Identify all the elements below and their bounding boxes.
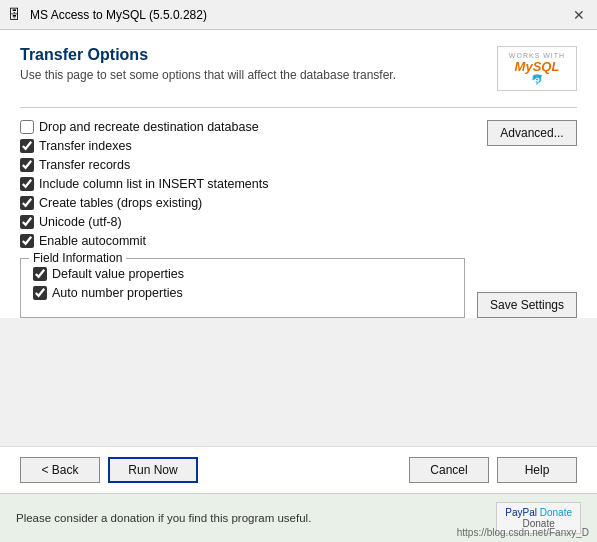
checkbox-create-tables[interactable]: Create tables (drops existing): [20, 196, 465, 210]
footer-url: https://blog.csdn.net/Fanxy_D: [457, 527, 589, 538]
checkbox-default-value-label[interactable]: Default value properties: [52, 267, 184, 281]
footer: Please consider a donation if you find t…: [0, 493, 597, 542]
page-subtitle: Use this page to set some options that w…: [20, 68, 396, 82]
checkbox-drop-recreate-input[interactable]: [20, 120, 34, 134]
checkbox-unicode-input[interactable]: [20, 215, 34, 229]
nav-section: < Back Run Now Cancel Help: [0, 446, 597, 493]
cancel-button[interactable]: Cancel: [409, 457, 489, 483]
checkbox-create-tables-label[interactable]: Create tables (drops existing): [39, 196, 202, 210]
title-bar-text: MS Access to MySQL (5.5.0.282): [30, 8, 207, 22]
checkbox-unicode-label[interactable]: Unicode (utf-8): [39, 215, 122, 229]
footer-donation-text: Please consider a donation if you find t…: [16, 512, 311, 524]
content-body: Transfer Options Use this page to set so…: [0, 30, 597, 318]
checkbox-transfer-records[interactable]: Transfer records: [20, 158, 465, 172]
header-section: Transfer Options Use this page to set so…: [20, 46, 577, 91]
mysql-logo: WORKS WITH MySQL 🐬: [497, 46, 577, 91]
checkbox-auto-number-input[interactable]: [33, 286, 47, 300]
close-button[interactable]: ✕: [569, 5, 589, 25]
options-left: Drop and recreate destination database T…: [20, 120, 465, 318]
mysql-brand-text: MySQL: [515, 59, 560, 74]
checkbox-auto-number-label[interactable]: Auto number properties: [52, 286, 183, 300]
paypal-top-text: PayPal: [505, 507, 537, 518]
checkbox-transfer-indexes[interactable]: Transfer indexes: [20, 139, 465, 153]
app-icon: 🗄: [8, 7, 24, 23]
title-bar: 🗄 MS Access to MySQL (5.5.0.282) ✕: [0, 0, 597, 30]
checkbox-drop-recreate[interactable]: Drop and recreate destination database: [20, 120, 465, 134]
advanced-button[interactable]: Advanced...: [487, 120, 577, 146]
options-right: Advanced... Save Settings: [477, 120, 577, 318]
dolphin-icon: 🐬: [531, 74, 543, 85]
checkbox-auto-number[interactable]: Auto number properties: [33, 286, 452, 300]
checkbox-autocommit-input[interactable]: [20, 234, 34, 248]
nav-right: Cancel Help: [409, 457, 577, 483]
page-title: Transfer Options: [20, 46, 396, 64]
checkbox-autocommit[interactable]: Enable autocommit: [20, 234, 465, 248]
help-button[interactable]: Help: [497, 457, 577, 483]
mysql-works-with: WORKS WITH: [509, 52, 565, 59]
checkbox-autocommit-label[interactable]: Enable autocommit: [39, 234, 146, 248]
nav-left: < Back Run Now: [20, 457, 198, 483]
header-text-block: Transfer Options Use this page to set so…: [20, 46, 396, 82]
field-info-title: Field Information: [29, 251, 126, 265]
checkbox-include-column-label[interactable]: Include column list in INSERT statements: [39, 177, 269, 191]
checkbox-drop-recreate-label[interactable]: Drop and recreate destination database: [39, 120, 259, 134]
checkbox-transfer-indexes-label[interactable]: Transfer indexes: [39, 139, 132, 153]
checkbox-transfer-records-input[interactable]: [20, 158, 34, 172]
field-info-group: Field Information Default value properti…: [20, 258, 465, 318]
save-settings-button[interactable]: Save Settings: [477, 292, 577, 318]
run-now-button[interactable]: Run Now: [108, 457, 198, 483]
paypal-bot-text: Donate: [540, 507, 572, 518]
checkbox-include-column[interactable]: Include column list in INSERT statements: [20, 177, 465, 191]
back-button[interactable]: < Back: [20, 457, 100, 483]
checkbox-transfer-records-label[interactable]: Transfer records: [39, 158, 130, 172]
header-divider: [20, 107, 577, 108]
checkbox-create-tables-input[interactable]: [20, 196, 34, 210]
checkbox-include-column-input[interactable]: [20, 177, 34, 191]
checkbox-default-value[interactable]: Default value properties: [33, 267, 452, 281]
options-area: Drop and recreate destination database T…: [20, 120, 577, 318]
checkbox-transfer-indexes-input[interactable]: [20, 139, 34, 153]
checkbox-unicode[interactable]: Unicode (utf-8): [20, 215, 465, 229]
checkbox-default-value-input[interactable]: [33, 267, 47, 281]
